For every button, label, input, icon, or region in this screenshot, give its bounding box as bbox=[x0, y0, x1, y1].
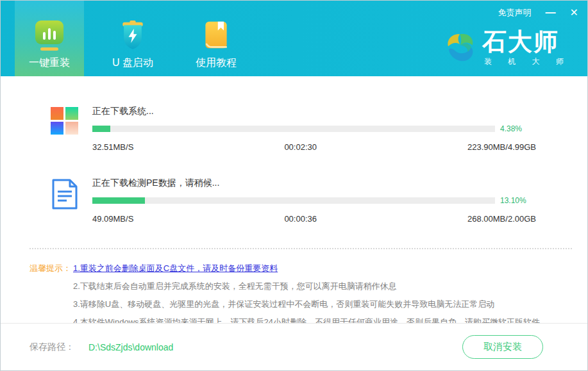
tab-label: U 盘启动 bbox=[112, 56, 153, 70]
tip-line-2: 2.下载结束后会自动重启并完成系统的安装，全程无需干预，您可以离开电脑请稍作休息 bbox=[73, 277, 572, 295]
main-content: 正在下载系统... 4.38% 32.51MB/S 00:02:30 223.9… bbox=[1, 76, 587, 331]
progress-bar bbox=[92, 126, 495, 132]
footer-bar: 保存路径： D:\SdsZjds\download 取消安装 bbox=[1, 323, 587, 370]
tip-line-3: 3.请移除U盘、移动硬盘、光驱里的光盘，并保证安装过程中不会断电，否则重装可能失… bbox=[73, 295, 572, 313]
brand-logo: 石大师 装 机 大 师 bbox=[442, 29, 571, 67]
tab-label: 一键重装 bbox=[29, 56, 70, 70]
download-speed: 32.51MB/S bbox=[92, 142, 133, 152]
minimize-button[interactable]: — bbox=[546, 8, 556, 18]
tip-line-1: 1.重装之前会删除桌面及C盘文件，请及时备份重要资料 bbox=[73, 260, 572, 277]
progress-percent: 4.38% bbox=[495, 124, 536, 133]
onekey-reinstall-icon bbox=[34, 20, 65, 51]
time-remaining: 00:02:30 bbox=[284, 142, 317, 152]
app-window: { "window": { "disclaimer": "免责声明", "min… bbox=[0, 0, 588, 371]
tips-panel: 温馨提示： 1.重装之前会删除桌面及C盘文件，请及时备份重要资料 2.下载结束后… bbox=[1, 249, 587, 331]
brand-logo-mark bbox=[442, 30, 477, 66]
brand-subtitle: 装 机 大 师 bbox=[482, 56, 571, 67]
tab-tutorial[interactable]: 使用教程 bbox=[181, 1, 251, 76]
download-speed: 49.09MB/S bbox=[92, 214, 133, 224]
usb-boot-shield-icon bbox=[117, 20, 148, 51]
section-title: 正在下载系统... bbox=[92, 106, 536, 117]
download-section-pe: 正在下载检测PE数据，请稍候... 13.10% 49.09MB/S 00:00… bbox=[1, 152, 587, 224]
save-path-value: D:\SdsZjds\download bbox=[88, 342, 173, 352]
tab-usb-boot[interactable]: U 盘启动 bbox=[98, 1, 167, 76]
tab-onekey-reinstall[interactable]: 一键重装 bbox=[15, 1, 84, 76]
title-bar: 一键重装 U 盘启动 bbox=[1, 1, 587, 76]
progress-percent: 13.10% bbox=[495, 196, 536, 205]
disclaimer-link[interactable]: 免责声明 bbox=[498, 7, 532, 19]
tab-label: 使用教程 bbox=[196, 56, 237, 70]
tutorial-book-icon bbox=[201, 20, 231, 51]
download-size: 223.90MB/4.99GB bbox=[467, 142, 536, 152]
download-size: 268.00MB/2.00GB bbox=[467, 214, 536, 224]
brand-name: 石大师 bbox=[482, 29, 571, 54]
cancel-install-button[interactable]: 取消安装 bbox=[462, 335, 543, 359]
save-path-label: 保存路径： bbox=[29, 342, 74, 353]
tips-label: 温馨提示： bbox=[29, 260, 73, 331]
progress-bar bbox=[92, 197, 495, 204]
section-title: 正在下载检测PE数据，请稍候... bbox=[92, 177, 536, 189]
time-remaining: 00:00:36 bbox=[284, 214, 317, 224]
windows-logo-icon bbox=[51, 107, 92, 135]
close-button[interactable]: ✕ bbox=[570, 8, 578, 18]
pe-document-icon bbox=[51, 179, 79, 210]
download-section-system: 正在下载系统... 4.38% 32.51MB/S 00:02:30 223.9… bbox=[1, 76, 587, 152]
